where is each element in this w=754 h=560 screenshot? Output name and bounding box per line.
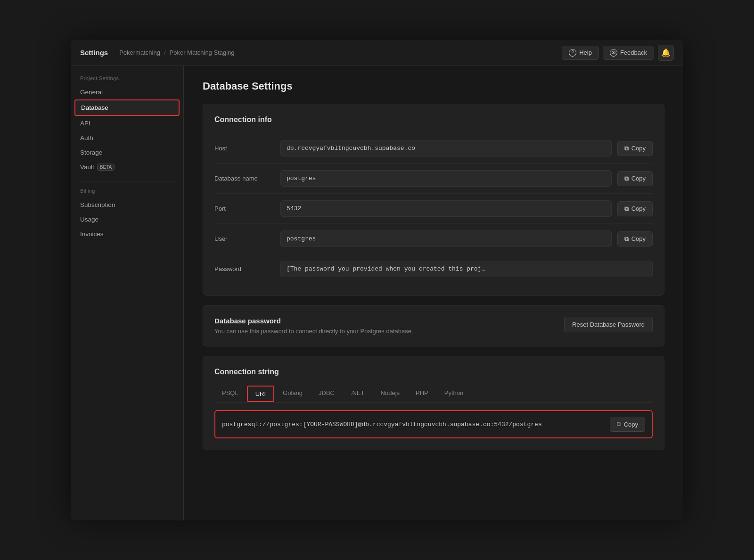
user-row: User postgres ⧉ Copy — [214, 224, 653, 254]
copy-icon-2: ⧉ — [624, 175, 629, 182]
sidebar-item-api[interactable]: API — [71, 116, 183, 131]
sidebar-item-storage[interactable]: Storage — [71, 145, 183, 160]
body: Project Settings General Database API Au… — [71, 66, 683, 520]
tab-psql[interactable]: PSQL — [214, 386, 246, 402]
tab-nodejs[interactable]: Nodejs — [373, 386, 407, 402]
user-copy-button[interactable]: ⧉ Copy — [617, 231, 653, 247]
connection-string-title: Connection string — [214, 368, 653, 376]
db-password-card: Database password You can use this passw… — [203, 305, 664, 346]
tab-php[interactable]: PHP — [408, 386, 436, 402]
uri-box: postgresql://postgres:[YOUR-PASSWORD]@db… — [214, 410, 653, 438]
dbname-row: Database name postgres ⧉ Copy — [214, 164, 653, 194]
sidebar-item-usage[interactable]: Usage — [71, 212, 183, 227]
billing-label: Billing — [71, 188, 183, 198]
host-copy-button[interactable]: ⧉ Copy — [617, 141, 653, 156]
breadcrumb-project[interactable]: Pokermatching — [119, 49, 160, 56]
tab-golang[interactable]: Golang — [275, 386, 310, 402]
tab-dotnet[interactable]: .NET — [343, 386, 372, 402]
vault-beta-badge: BETA — [97, 164, 115, 171]
sidebar-divider — [80, 181, 174, 181]
app-title: Settings — [80, 49, 108, 57]
connection-string-tabs: PSQL URI Golang JDBC .NET Nodejs PHP Pyt… — [214, 386, 653, 403]
breadcrumb: Pokermatching / Poker Matching Staging — [119, 49, 562, 56]
sidebar-item-auth[interactable]: Auth — [71, 131, 183, 145]
port-copy-button[interactable]: ⧉ Copy — [617, 201, 653, 216]
host-value: db.rccvgyafvbltngcuvcbh.supabase.co — [280, 140, 612, 156]
user-label: User — [214, 235, 280, 242]
port-row: Port 5432 ⧉ Copy — [214, 194, 653, 224]
db-password-inner: Database password You can use this passw… — [214, 317, 653, 335]
password-row: Password [The password you provided when… — [214, 254, 653, 284]
connection-info-card: Connection info Host db.rccvgyafvbltngcu… — [203, 104, 664, 296]
copy-icon-4: ⧉ — [624, 235, 629, 243]
header: Settings Pokermatching / Poker Matching … — [71, 40, 683, 66]
feedback-icon: ✉ — [610, 49, 617, 57]
copy-icon-5: ⧉ — [617, 420, 621, 428]
connection-string-card: Connection string PSQL URI Golang JDBC .… — [203, 356, 664, 450]
project-settings-label: Project Settings — [71, 75, 183, 85]
page-title: Database Settings — [203, 80, 664, 92]
main-content: Database Settings Connection info Host d… — [184, 66, 683, 520]
db-password-text: Database password You can use this passw… — [214, 317, 413, 335]
app-window: Settings Pokermatching / Poker Matching … — [71, 40, 683, 520]
tab-python[interactable]: Python — [437, 386, 471, 402]
sidebar-item-database[interactable]: Database — [74, 99, 180, 116]
password-label: Password — [214, 265, 280, 272]
sidebar: Project Settings General Database API Au… — [71, 66, 184, 520]
reset-password-button[interactable]: Reset Database Password — [564, 317, 653, 332]
port-value: 5432 — [280, 200, 612, 217]
tab-uri[interactable]: URI — [247, 386, 274, 402]
sidebar-item-invoices[interactable]: Invoices — [71, 227, 183, 241]
password-value: [The password you provided when you crea… — [280, 261, 653, 277]
copy-icon-3: ⧉ — [624, 205, 629, 213]
tab-jdbc[interactable]: JDBC — [311, 386, 342, 402]
sidebar-item-subscription[interactable]: Subscription — [71, 198, 183, 212]
uri-copy-button[interactable]: ⧉ Copy — [610, 417, 645, 432]
breadcrumb-separator: / — [164, 49, 166, 56]
db-password-desc: You can use this password to connect dir… — [214, 328, 413, 335]
breadcrumb-env[interactable]: Poker Matching Staging — [170, 49, 235, 56]
notification-button[interactable]: 🔔 — [658, 45, 674, 61]
connection-info-title: Connection info — [214, 115, 653, 124]
bell-icon: 🔔 — [661, 48, 671, 57]
uri-value: postgresql://postgres:[YOUR-PASSWORD]@db… — [222, 421, 598, 428]
dbname-copy-button[interactable]: ⧉ Copy — [617, 171, 653, 186]
help-button[interactable]: ? Help — [562, 46, 599, 60]
dbname-value: postgres — [280, 170, 612, 187]
feedback-button[interactable]: ✉ Feedback — [603, 46, 654, 60]
db-password-title: Database password — [214, 317, 413, 325]
dbname-label: Database name — [214, 175, 280, 182]
sidebar-item-general[interactable]: General — [71, 85, 183, 99]
port-label: Port — [214, 205, 280, 212]
host-label: Host — [214, 145, 280, 152]
help-icon: ? — [569, 49, 576, 57]
copy-icon: ⧉ — [624, 145, 629, 152]
host-row: Host db.rccvgyafvbltngcuvcbh.supabase.co… — [214, 133, 653, 164]
header-actions: ? Help ✉ Feedback 🔔 — [562, 45, 674, 61]
sidebar-item-vault[interactable]: Vault BETA — [71, 160, 183, 174]
user-value: postgres — [280, 231, 612, 247]
